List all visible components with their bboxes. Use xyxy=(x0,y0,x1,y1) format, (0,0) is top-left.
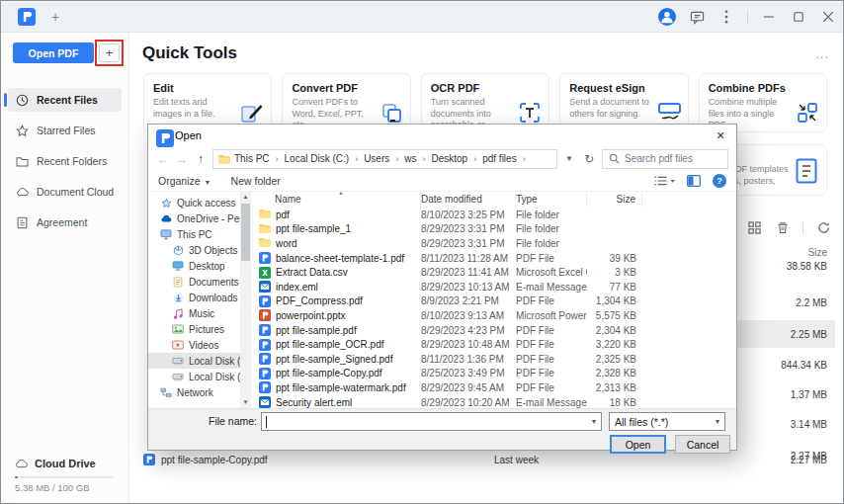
search-input[interactable] xyxy=(625,153,721,164)
file-row[interactable]: PDF_Compress.pdf8/9/2023 2:21 PMPDF File… xyxy=(255,294,736,309)
file-name-input[interactable] xyxy=(267,413,587,430)
open-button[interactable]: Open xyxy=(610,435,666,454)
app-tab[interactable] xyxy=(9,4,44,30)
file-name: ppt file-sample.pdf xyxy=(276,325,357,336)
card-title: Convert PDF xyxy=(292,82,400,94)
tree-scrollbar[interactable]: ▲ ▼ xyxy=(240,192,251,408)
refresh-icon[interactable]: ↻ xyxy=(581,152,597,166)
file-name-combobox[interactable]: ▼ xyxy=(261,412,602,431)
file-type-select[interactable]: All files (*.*) ▼ xyxy=(609,412,725,431)
pdfelement-logo-icon xyxy=(18,8,36,26)
tree-item-quick-access[interactable]: Quick access xyxy=(148,195,240,210)
close-icon[interactable] xyxy=(819,8,837,26)
tree-item-local-disk-d-[interactable]: Local Disk (D:) xyxy=(148,369,240,384)
file-row[interactable]: pdf8/10/2023 3:25 PMFile folder xyxy=(255,208,736,222)
file-row[interactable]: ppt file-sample_18/29/2023 3:31 PMFile f… xyxy=(255,222,736,237)
column-header-type[interactable]: Type xyxy=(516,192,587,208)
search-box[interactable] xyxy=(602,149,728,169)
breadcrumb-segment[interactable]: pdf files xyxy=(480,153,518,164)
tree-item-onedrive-person[interactable]: OneDrive - Person xyxy=(148,210,240,226)
feedback-icon[interactable] xyxy=(688,8,706,26)
column-header-size[interactable]: Size xyxy=(587,192,642,208)
tree-item-this-pc[interactable]: This PC xyxy=(148,226,240,242)
scroll-down-icon[interactable]: ▼ xyxy=(240,397,251,408)
file-row[interactable]: ppt file-sample-watermark.pdf8/29/2023 9… xyxy=(255,380,736,395)
file-row[interactable]: 1.37 MB xyxy=(726,380,835,408)
breadcrumb-segment[interactable]: Users xyxy=(362,153,391,164)
new-tab-button[interactable]: + xyxy=(46,8,64,26)
file-row[interactable]: index.eml8/29/2023 10:13 AME-mail Messag… xyxy=(255,280,736,294)
breadcrumb-segment[interactable]: Desktop xyxy=(430,153,470,164)
sidebar-item-document-cloud[interactable]: Document Cloud xyxy=(8,180,122,204)
tree-item-music[interactable]: Music xyxy=(148,305,240,321)
grid-view-icon[interactable] xyxy=(747,220,762,235)
up-icon[interactable]: ↑ xyxy=(194,152,208,166)
file-row[interactable]: word8/29/2023 3:31 PMFile folder xyxy=(255,236,736,251)
preview-pane-icon[interactable] xyxy=(687,175,701,187)
file-row[interactable]: 3.14 MB xyxy=(726,410,835,438)
file-name: index.eml xyxy=(276,282,318,293)
sidebar-item-recent-files[interactable]: Recent Files xyxy=(8,88,122,112)
file-row[interactable]: ppt file-sample_OCR.pdf8/29/2023 10:48 A… xyxy=(255,337,736,352)
file-row[interactable]: powerpoint.pptx8/10/2023 9:13 AMMicrosof… xyxy=(255,308,736,323)
dialog-close-icon[interactable]: ✕ xyxy=(705,125,736,146)
new-folder-button[interactable]: New folder xyxy=(231,175,281,187)
file-row[interactable]: 2.2 MB xyxy=(726,289,835,316)
file-size: 2.2 MB xyxy=(796,297,827,308)
views-icon[interactable] xyxy=(653,175,675,187)
file-row[interactable]: ppt file-sample-Copy.pdf8/25/2023 3:49 P… xyxy=(255,367,736,381)
avatar-icon[interactable] xyxy=(658,8,676,26)
tree-item-local-disk-c-[interactable]: Local Disk (C:) xyxy=(148,353,240,369)
file-row[interactable]: 2.25 MB xyxy=(726,320,835,348)
file-name-cell: word xyxy=(255,237,421,249)
dialog-titlebar: Open ✕ xyxy=(148,125,736,146)
file-row[interactable]: ppt file-sample_Signed.pdf8/11/2023 1:36… xyxy=(255,352,736,367)
file-type: PDF File xyxy=(516,354,587,365)
open-pdf-button[interactable]: Open PDF xyxy=(13,42,94,63)
breadcrumb[interactable]: This PC›Local Disk (C:)›Users›ws›Desktop… xyxy=(212,149,557,169)
tree-item-videos[interactable]: Videos xyxy=(148,337,240,353)
back-icon[interactable]: ← xyxy=(156,152,170,166)
tree-item-pictures[interactable]: Pictures xyxy=(148,321,240,337)
breadcrumb-segment[interactable]: This PC xyxy=(232,153,272,164)
file-date: 8/29/2023 4:23 PM xyxy=(421,325,516,336)
breadcrumb-segment[interactable]: ws xyxy=(402,153,418,164)
recent-file-row[interactable]: ppt file-sample-Copy.pdf Last week 2.27 … xyxy=(143,452,827,467)
chevron-down-icon[interactable]: ▼ xyxy=(587,418,601,425)
file-row[interactable]: ppt file-sample.pdf8/29/2023 4:23 PMPDF … xyxy=(255,323,736,338)
scroll-up-icon[interactable]: ▲ xyxy=(240,192,251,203)
column-header-date[interactable]: Date modified xyxy=(421,192,516,208)
help-icon[interactable]: ? xyxy=(713,174,726,188)
file-row[interactable]: balance-sheet-template-1.pdf8/11/2023 11… xyxy=(255,251,736,266)
sidebar-item-agreement[interactable]: Agreement xyxy=(8,210,122,234)
tree-item-3d-objects[interactable]: 3D Objects xyxy=(148,242,240,258)
add-file-button[interactable]: + xyxy=(99,43,120,62)
tree-item-desktop[interactable]: Desktop xyxy=(148,258,240,274)
sync-icon[interactable] xyxy=(816,220,831,235)
file-row[interactable]: 38.58 KB xyxy=(726,252,835,280)
file-row[interactable]: 844.34 KB xyxy=(726,351,835,378)
trash-icon[interactable] xyxy=(775,220,790,235)
pdfelement-logo-icon xyxy=(156,129,169,142)
more-options-button[interactable]: ... xyxy=(815,46,829,61)
organize-button[interactable]: Organize▼ xyxy=(158,175,211,187)
breadcrumb-segment[interactable]: Local Disk (C:) xyxy=(283,153,352,164)
cancel-button[interactable]: Cancel xyxy=(675,435,730,454)
storage-usage-text: 5.38 MB / 100 GB xyxy=(15,482,90,493)
tree-item-network[interactable]: Network xyxy=(148,384,240,400)
file-type: File folder xyxy=(516,238,587,249)
minimize-icon[interactable] xyxy=(760,8,778,26)
file-row[interactable]: Extract Data.csv8/29/2023 11:41 AMMicros… xyxy=(255,265,736,280)
kebab-menu-icon[interactable] xyxy=(717,8,735,26)
sidebar-item-recent-folders[interactable]: Recent Folders xyxy=(8,149,122,173)
cloud-drive-button[interactable]: Cloud Drive xyxy=(15,458,96,469)
scrollbar-thumb[interactable] xyxy=(241,204,250,261)
maximize-icon[interactable] xyxy=(790,8,807,26)
dialog-toolbar: Organize▼ New folder ? xyxy=(148,171,736,192)
forward-icon[interactable]: → xyxy=(175,152,189,166)
tree-item-downloads[interactable]: Downloads xyxy=(148,290,240,305)
chevron-down-icon[interactable]: ▼ xyxy=(562,154,576,163)
sidebar-item-starred-files[interactable]: Starred Files xyxy=(8,119,122,142)
file-row[interactable]: Security alert.eml8/29/2023 10:20 AME-ma… xyxy=(255,395,736,408)
tree-item-documents[interactable]: Documents xyxy=(148,274,240,290)
